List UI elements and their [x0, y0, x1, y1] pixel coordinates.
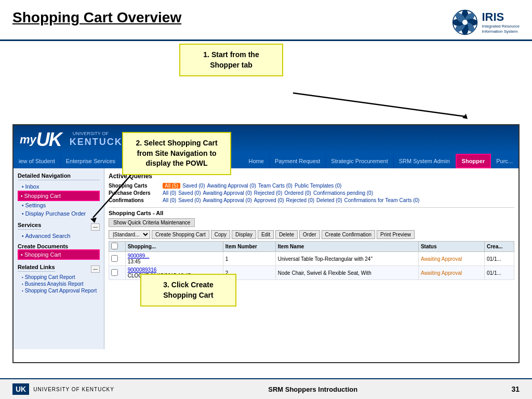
query-link-conf-deleted[interactable]: Deleted (0): [316, 197, 342, 203]
related-links-title: Related Links: [18, 264, 55, 272]
query-link-conf-rejected[interactable]: Rejected (0): [286, 197, 314, 203]
query-label-po: Purchase Orders: [109, 190, 161, 196]
sidebar-item-display-po[interactable]: Display Purchase Order: [18, 209, 100, 218]
page-header: Shopping Cart Overview IRIS Integrated R…: [0, 0, 532, 41]
sidebar-advanced-search[interactable]: Advanced Search: [18, 232, 100, 240]
myuk-uk-text: UK: [36, 129, 61, 151]
query-row-confirmations: Confirmations All (0) Saved (0) Awaiting…: [109, 197, 514, 203]
criteria-btn[interactable]: Show Quick Criteria Maintenance: [109, 218, 195, 227]
edit-btn[interactable]: Edit: [258, 230, 274, 239]
col-status: Status: [418, 242, 484, 252]
nav-tab-home[interactable]: Home: [244, 154, 270, 168]
sidebar-item-inbox[interactable]: Inbox: [18, 182, 100, 191]
svg-point-9: [462, 20, 468, 25]
row-checkbox-2[interactable]: [111, 269, 118, 276]
standard-select[interactable]: |Standard...: [109, 230, 150, 239]
col-shopping: Shopping...: [125, 242, 223, 252]
create-documents-shopping-cart[interactable]: • Shopping Cart: [18, 249, 100, 260]
nav-tab-srm[interactable]: SRM System Admin: [394, 154, 456, 168]
nav-tab-shopper[interactable]: Shopper: [456, 154, 491, 168]
nav-tab-enterprise[interactable]: Enterprise Services: [61, 154, 121, 168]
create-documents-title: Create Documents: [18, 243, 100, 249]
related-links-section: Related Links — Shopping Cart Report Bus…: [18, 264, 100, 294]
powl-area: Active Queries Shopping Carts All (5) Sa…: [104, 168, 518, 349]
nav-tab-payment[interactable]: Payment Request: [270, 154, 326, 168]
row-id-1[interactable]: 900089...: [128, 253, 150, 259]
related-link-ba-report[interactable]: Business Anaylsis Report: [18, 281, 100, 287]
sidebar-detailed-nav-title: Detailed Navigation: [18, 172, 100, 180]
col-created: Crea...: [485, 242, 514, 252]
delete-btn[interactable]: Delete: [275, 230, 298, 239]
related-link-sc-report[interactable]: Shopping Cart Report: [18, 274, 100, 281]
create-documents-section: Create Documents • Shopping Cart: [18, 243, 100, 260]
main-content: 1. Start from the Shopper tab 2. Select …: [0, 41, 532, 399]
sidebar-services: Services —: [18, 222, 100, 232]
query-link-conf-team[interactable]: Confirmations for Team Carts (0): [344, 197, 420, 203]
query-link-conf-approved[interactable]: Approved (0): [254, 197, 284, 203]
content-area: Detailed Navigation Inbox Shopping Cart …: [14, 168, 518, 349]
query-link-po-saved[interactable]: Saved (0): [178, 190, 201, 196]
screenshot-container: my UK UNIVERSITY OF KENTUCKY iew of Stud…: [12, 124, 520, 363]
iris-logo-text: IRIS Integrated ResourceInformation Syst…: [482, 10, 520, 35]
callout-box-1: 1. Start from the Shopper tab: [179, 44, 283, 76]
select-all-checkbox[interactable]: [111, 243, 118, 249]
row-checkbox-1[interactable]: [111, 255, 118, 262]
callout-box-3: 3. Click Create Shopping Cart: [140, 274, 236, 307]
query-link-sc-awaiting[interactable]: Awaiting Approval (0): [207, 183, 256, 189]
footer-presentation-title: SRM Shoppers Introduction: [268, 385, 357, 393]
nav-row-1: iew of Student Enterprise Services my UK…: [14, 154, 518, 168]
query-row-shopping-carts: Shopping Carts All (5) Saved (0) Awaitin…: [109, 183, 514, 189]
sidebar-services-title: Services: [18, 222, 41, 230]
sidebar-item-settings[interactable]: Settings: [18, 201, 100, 209]
row-id-2[interactable]: 9000089316: [128, 267, 157, 273]
footer-page-number: 31: [511, 385, 520, 393]
query-link-po-conf[interactable]: Confirmations pending (0): [313, 190, 373, 196]
col-item-number: Item Number: [223, 242, 275, 252]
footer-uk-text: University of Kentucky: [33, 387, 114, 392]
shopping-carts-all-title: Shopping Carts - All: [109, 207, 514, 216]
myuk-my-text: my: [20, 133, 36, 147]
footer-uk-box: UK: [12, 383, 29, 395]
related-links-toggle[interactable]: —: [91, 265, 100, 273]
sidebar-services-toggle[interactable]: —: [91, 223, 100, 231]
print-preview-btn[interactable]: Print Preview: [377, 230, 415, 239]
myuk-header: my UK UNIVERSITY OF KENTUCKY: [14, 125, 518, 154]
query-link-sc-team[interactable]: Team Carts (0): [258, 183, 292, 189]
create-shopping-cart-btn[interactable]: Create Shopping Cart: [152, 230, 209, 239]
svg-marker-11: [462, 114, 468, 119]
nav-tab-strategic[interactable]: Strategic Procurement: [326, 154, 393, 168]
query-link-po-all[interactable]: All (0): [163, 190, 176, 196]
myuk-university-text: UNIVERSITY OF KENTUCKY: [70, 131, 130, 148]
query-link-conf-all[interactable]: All (0): [163, 197, 176, 203]
table-row: 900089...13:45 1 Universal Table Top-Rec…: [109, 252, 514, 266]
sidebar-item-shopping-cart[interactable]: Shopping Cart: [18, 191, 100, 201]
query-link-conf-awaiting[interactable]: Awaiting Approval (0): [203, 197, 251, 203]
query-link-conf-saved[interactable]: Saved (0): [178, 197, 201, 203]
col-item-name: Item Name: [275, 242, 418, 252]
footer-uk-logo: UK University of Kentucky: [12, 383, 114, 395]
iris-logo-icon: [452, 9, 478, 35]
sidebar: Detailed Navigation Inbox Shopping Cart …: [14, 168, 104, 349]
page-footer: UK University of Kentucky SRM Shoppers I…: [0, 378, 532, 399]
query-link-sc-all[interactable]: All (5): [163, 183, 180, 189]
query-link-sc-saved[interactable]: Saved (0): [182, 183, 205, 189]
nav-tab-purch[interactable]: Purc...: [491, 154, 518, 168]
table-toolbar: |Standard... Create Shopping Cart Copy D…: [109, 230, 514, 239]
callout-box-2: 2. Select Shopping Cart from Site Naviga…: [122, 132, 231, 175]
query-link-po-rejected[interactable]: Rejected (0): [254, 190, 282, 196]
display-btn[interactable]: Display: [232, 230, 256, 239]
order-btn[interactable]: Order: [299, 230, 320, 239]
query-link-po-ordered[interactable]: Ordered (0): [284, 190, 311, 196]
related-links-header: Related Links —: [18, 264, 100, 274]
query-link-po-awaiting[interactable]: Awaiting Approval (0): [203, 190, 251, 196]
query-label-conf: Confirmations: [109, 197, 161, 203]
copy-btn[interactable]: Copy: [211, 230, 230, 239]
related-link-sca-report[interactable]: Shopping Cart Approval Report: [18, 287, 100, 294]
query-label-sc: Shopping Carts: [109, 183, 161, 189]
myuk-logo: my UK: [20, 129, 61, 151]
create-confirmation-btn[interactable]: Create Confirmation: [322, 230, 375, 239]
nav-tab-student[interactable]: iew of Student: [14, 154, 61, 168]
svg-line-10: [293, 93, 464, 116]
iris-logo: IRIS Integrated ResourceInformation Syst…: [452, 9, 520, 35]
query-link-sc-public[interactable]: Public Templates (0): [295, 183, 341, 189]
